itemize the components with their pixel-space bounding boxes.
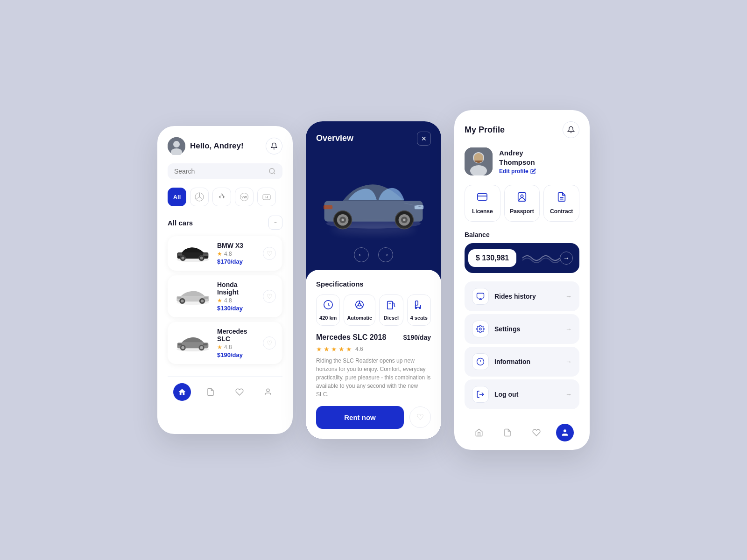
information-icon: [472, 353, 489, 370]
svg-rect-31: [177, 297, 182, 299]
svg-rect-63: [416, 307, 417, 308]
svg-point-37: [200, 346, 203, 350]
svg-point-50: [403, 218, 405, 221]
docs-row: License Passport Contract: [465, 185, 579, 222]
favorite-honda[interactable]: ♡: [263, 290, 276, 303]
profile-name-line1: Andrey: [499, 148, 536, 158]
balance-amount-box: $ 130,981: [468, 249, 516, 267]
car-list: BMW X3 ★ 4.8 $170/day ♡: [168, 236, 282, 371]
logout-label: Log out: [494, 391, 560, 398]
car-price-bmw: $170/day: [217, 258, 257, 265]
svg-point-29: [201, 300, 204, 303]
menu-settings[interactable]: Settings →: [465, 314, 579, 344]
rent-now-button[interactable]: Rent now: [316, 406, 404, 429]
svg-text:H: H: [265, 196, 268, 199]
filter-vw[interactable]: VW: [235, 188, 254, 206]
filter-button[interactable]: [268, 216, 282, 230]
svg-text:VW: VW: [241, 196, 247, 199]
svg-rect-69: [478, 194, 487, 201]
left-header: Hello, Andrey!: [168, 137, 282, 155]
avatar: [168, 137, 185, 155]
car-image-mercedes: [174, 331, 211, 355]
car-item-mercedes[interactable]: Mercedes SLC ★ 4.8 $190/day ♡: [168, 322, 282, 364]
center-phone: Overview ✕: [306, 121, 441, 439]
car-rating-bmw: ★ 4.8: [217, 251, 257, 257]
doc-license[interactable]: License: [465, 185, 500, 222]
car-image-bmw: [174, 242, 211, 265]
car-item-bmw[interactable]: BMW X3 ★ 4.8 $170/day ♡: [168, 236, 282, 271]
car-price-honda: $130/day: [217, 305, 257, 312]
car-info-honda: Honda Insight ★ 4.8 $130/day: [217, 281, 257, 312]
car-name-bmw: BMW X3: [217, 242, 257, 249]
svg-rect-64: [419, 307, 421, 308]
car-rating-honda: ★ 4.8: [217, 297, 257, 304]
notification-bell[interactable]: [266, 138, 282, 154]
close-button[interactable]: ✕: [417, 132, 431, 146]
filter-mercedes[interactable]: [190, 188, 209, 206]
menu-logout[interactable]: Log out →: [465, 379, 579, 409]
svg-point-35: [181, 346, 184, 350]
passport-icon: [517, 192, 527, 204]
svg-rect-52: [324, 205, 332, 209]
nav-favorites[interactable]: [231, 383, 248, 401]
svg-point-1: [173, 141, 180, 147]
svg-point-19: [181, 257, 184, 260]
car-info-bmw: BMW X3 ★ 4.8 $170/day: [217, 242, 257, 265]
svg-marker-7: [219, 196, 220, 198]
next-arrow[interactable]: →: [378, 247, 393, 262]
doc-contract[interactable]: Contract: [543, 185, 579, 222]
nav-profile[interactable]: [259, 383, 277, 401]
right-bottom-nav: [465, 417, 579, 450]
svg-point-78: [479, 328, 482, 330]
car-info-mercedes: Mercedes SLC ★ 4.8 $190/day: [217, 328, 257, 358]
car-image-honda: [174, 285, 211, 308]
license-label: License: [472, 208, 493, 215]
right-nav-docs[interactable]: [499, 424, 516, 441]
svg-point-72: [521, 195, 523, 197]
svg-rect-62: [416, 301, 418, 305]
section-header: All cars: [168, 216, 282, 230]
right-nav-profile[interactable]: [556, 424, 574, 441]
car-item-honda[interactable]: Honda Insight ★ 4.8 $130/day ♡: [168, 275, 282, 317]
profile-notification-bell[interactable]: [563, 121, 579, 138]
right-nav-home[interactable]: [470, 424, 488, 441]
car-name-mercedes: Mercedes SLC: [217, 328, 257, 343]
svg-point-3: [269, 168, 275, 174]
steering-icon: [354, 300, 365, 312]
nav-home[interactable]: [173, 383, 191, 401]
nav-arrows: ← →: [316, 244, 431, 270]
favorite-mercedes[interactable]: ♡: [263, 336, 276, 350]
search-input[interactable]: [174, 168, 265, 175]
car-detail-header: Mercedes SLC 2018 $190/day: [316, 333, 431, 342]
menu-rides-history[interactable]: Rides history →: [465, 281, 579, 311]
filter-all[interactable]: All: [168, 188, 186, 206]
stars-row: ★ ★ ★ ★ ★ 4.6: [316, 345, 431, 353]
menu-information[interactable]: Information →: [465, 347, 579, 377]
filter-mitsubishi[interactable]: [212, 188, 231, 206]
nav-docs[interactable]: [202, 383, 219, 401]
left-phone: Hello, Andrey! All: [157, 126, 293, 434]
doc-passport[interactable]: Passport: [504, 185, 540, 222]
search-box[interactable]: [168, 163, 282, 179]
balance-section: Balance $ 130,981 →: [465, 231, 579, 273]
car-shadow: [331, 225, 416, 234]
brand-filters: All VW H: [168, 188, 282, 206]
car-price-mercedes: $190/day: [217, 351, 257, 358]
prev-arrow[interactable]: ←: [354, 247, 369, 262]
right-nav-favorites[interactable]: [528, 424, 545, 441]
favorite-bmw[interactable]: ♡: [263, 247, 276, 260]
edit-profile-link[interactable]: Edit profile: [499, 168, 536, 175]
greeting-text: Hello, Andrey!: [190, 141, 244, 151]
spec-seats: 4 seats: [407, 294, 431, 326]
search-icon: [268, 168, 276, 175]
center-top: Overview ✕: [306, 121, 441, 270]
svg-rect-23: [178, 253, 182, 256]
profile-avatar: [465, 147, 493, 175]
filter-honda[interactable]: H: [257, 188, 276, 206]
favorite-button[interactable]: ♡: [409, 406, 431, 428]
svg-rect-75: [477, 293, 484, 298]
balance-arrow[interactable]: →: [560, 252, 573, 265]
profile-name-line2: Thompson: [499, 158, 536, 167]
car-description: Riding the SLC Roadster opens up new hor…: [316, 357, 431, 399]
spec-distance: 420 km: [316, 294, 340, 326]
